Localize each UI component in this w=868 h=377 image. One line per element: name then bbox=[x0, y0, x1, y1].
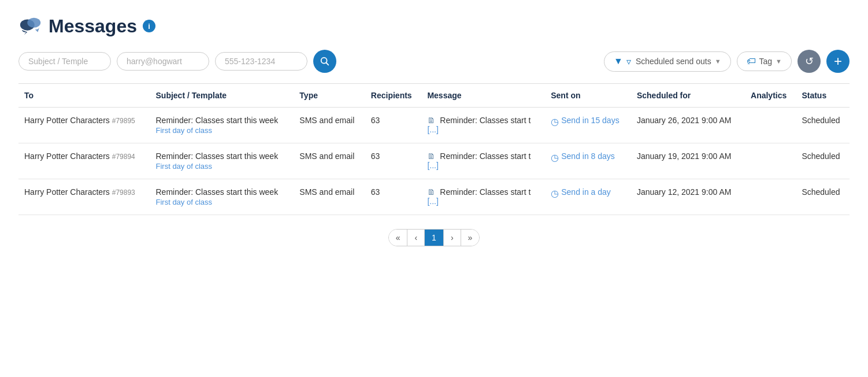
pagination: « ‹ 1 › » bbox=[18, 229, 850, 246]
scheduled-for-cell: January 26, 2021 9:00 AM bbox=[631, 108, 745, 143]
add-icon: + bbox=[834, 53, 842, 69]
message-cell: 🗎 Reminder: Classes start t [...] bbox=[421, 108, 545, 143]
to-name: Harry Potter Characters bbox=[24, 151, 112, 161]
add-button[interactable]: + bbox=[826, 50, 850, 73]
sent-on-cell: ◷ Send in 15 days bbox=[545, 108, 631, 143]
status-cell: Scheduled bbox=[796, 108, 850, 143]
to-cell: Harry Potter Characters #79893 bbox=[18, 179, 150, 215]
info-icon[interactable]: i bbox=[143, 20, 155, 32]
analytics-cell bbox=[745, 179, 796, 215]
col-analytics: Analytics bbox=[745, 84, 796, 108]
analytics-cell bbox=[745, 108, 796, 143]
message-cell: 🗎 Reminder: Classes start t [...] bbox=[421, 179, 545, 215]
subject-title: Reminder: Classes start this week bbox=[156, 151, 288, 161]
subject-sub: First day of class bbox=[156, 126, 288, 135]
to-id: #79894 bbox=[112, 153, 135, 161]
message-link[interactable]: [...] bbox=[427, 197, 438, 206]
document-icon: 🗎 bbox=[427, 187, 435, 197]
subject-cell: Reminder: Classes start this week First … bbox=[150, 143, 294, 179]
subject-cell: Reminder: Classes start this week First … bbox=[150, 179, 294, 215]
to-name: Harry Potter Characters bbox=[24, 187, 112, 197]
recipients-cell: 63 bbox=[365, 179, 422, 215]
subject-input[interactable] bbox=[18, 52, 111, 71]
status-cell: Scheduled bbox=[796, 143, 850, 179]
type-cell: SMS and email bbox=[294, 108, 365, 143]
sent-on-text: Send in 8 days bbox=[561, 151, 615, 161]
message-text: Reminder: Classes start t bbox=[440, 187, 531, 197]
pagination-group: « ‹ 1 › » bbox=[388, 229, 480, 246]
to-id: #79893 bbox=[112, 188, 135, 197]
refresh-button[interactable]: ↺ bbox=[797, 50, 821, 73]
table-row: Harry Potter Characters #79894 Reminder:… bbox=[18, 143, 850, 179]
message-link[interactable]: [...] bbox=[427, 161, 438, 170]
svg-line-3 bbox=[326, 62, 328, 65]
last-page-button[interactable]: » bbox=[461, 230, 480, 246]
tag-icon: 🏷 bbox=[747, 56, 756, 66]
sent-on-cell: ◷ Send in 8 days bbox=[545, 143, 631, 179]
subject-title: Reminder: Classes start this week bbox=[156, 116, 288, 125]
phone-input[interactable] bbox=[215, 52, 307, 71]
subject-cell: Reminder: Classes start this week First … bbox=[150, 108, 294, 143]
messages-table: To Subject / Template Type Recipients Me… bbox=[18, 83, 850, 215]
col-subject: Subject / Template bbox=[150, 84, 294, 108]
subject-sub: First day of class bbox=[156, 198, 288, 206]
messages-icon bbox=[18, 14, 43, 38]
col-to: To bbox=[18, 84, 150, 108]
col-status: Status bbox=[796, 84, 850, 108]
sent-on-text: Send in 15 days bbox=[561, 116, 619, 125]
filter-label: Scheduled send outs bbox=[636, 57, 711, 66]
search-button[interactable] bbox=[313, 50, 336, 73]
table-header-row: To Subject / Template Type Recipients Me… bbox=[18, 84, 850, 108]
table-row: Harry Potter Characters #79895 Reminder:… bbox=[18, 108, 850, 143]
status-cell: Scheduled bbox=[796, 179, 850, 215]
sent-on-cell: ◷ Send in a day bbox=[545, 179, 631, 215]
to-id: #79895 bbox=[112, 117, 135, 125]
prev-page-button[interactable]: ‹ bbox=[407, 230, 425, 246]
sent-on-text: Send in a day bbox=[561, 187, 611, 197]
filter-icon: ▼ bbox=[614, 56, 623, 66]
tag-button[interactable]: 🏷 Tag ▼ bbox=[737, 51, 792, 71]
tag-label: Tag bbox=[759, 57, 773, 66]
subject-title: Reminder: Classes start this week bbox=[156, 187, 288, 197]
recipients-cell: 63 bbox=[365, 108, 422, 143]
toolbar: ▼ ▿ Scheduled send outs ▼ 🏷 Tag ▼ ↺ + bbox=[18, 50, 850, 73]
col-scheduled: Scheduled for bbox=[631, 84, 745, 108]
current-page-button[interactable]: 1 bbox=[425, 230, 444, 246]
clock-icon: ◷ bbox=[551, 116, 559, 127]
to-cell: Harry Potter Characters #79895 bbox=[18, 108, 150, 143]
analytics-cell bbox=[745, 143, 796, 179]
message-cell: 🗎 Reminder: Classes start t [...] bbox=[421, 143, 545, 179]
to-cell: Harry Potter Characters #79894 bbox=[18, 143, 150, 179]
subject-sub: First day of class bbox=[156, 162, 288, 171]
scheduled-for-cell: January 19, 2021 9:00 AM bbox=[631, 143, 745, 179]
first-page-button[interactable]: « bbox=[389, 230, 408, 246]
table-row: Harry Potter Characters #79893 Reminder:… bbox=[18, 179, 850, 215]
filter-button[interactable]: ▼ ▿ Scheduled send outs ▼ bbox=[604, 51, 731, 72]
recipients-cell: 63 bbox=[365, 143, 422, 179]
next-page-button[interactable]: › bbox=[444, 230, 461, 246]
refresh-icon: ↺ bbox=[805, 55, 814, 68]
type-cell: SMS and email bbox=[294, 179, 365, 215]
col-message: Message bbox=[421, 84, 545, 108]
message-link[interactable]: [...] bbox=[427, 125, 438, 134]
scheduled-for-cell: January 12, 2021 9:00 AM bbox=[631, 179, 745, 215]
document-icon: 🗎 bbox=[427, 151, 435, 161]
tag-chevron-icon: ▼ bbox=[776, 58, 782, 65]
document-icon: 🗎 bbox=[427, 116, 435, 125]
col-type: Type bbox=[294, 84, 365, 108]
page-header: Messages i bbox=[18, 14, 850, 38]
col-recipients: Recipients bbox=[365, 84, 422, 108]
message-text: Reminder: Classes start t bbox=[440, 116, 531, 125]
svg-point-1 bbox=[27, 18, 40, 28]
col-sent: Sent on bbox=[545, 84, 631, 108]
clock-icon: ◷ bbox=[551, 152, 559, 163]
type-cell: SMS and email bbox=[294, 143, 365, 179]
to-name: Harry Potter Characters bbox=[24, 116, 112, 125]
chevron-down-icon: ▼ bbox=[715, 58, 721, 65]
page-title: Messages bbox=[49, 16, 137, 37]
clock-icon: ◷ bbox=[551, 188, 559, 199]
message-text: Reminder: Classes start t bbox=[440, 151, 531, 161]
email-input[interactable] bbox=[117, 52, 209, 71]
